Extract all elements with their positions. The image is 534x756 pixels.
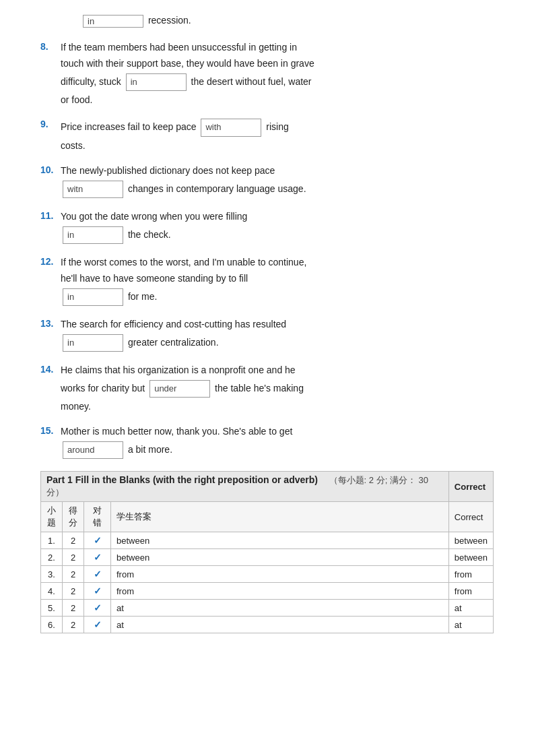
q12-line2: he'll have to have someone standing by t… [61,273,248,284]
question-12: 12. If the worst comes to the worst, and… [40,255,494,307]
q8-text: If the team members had been unsuccessfu… [61,40,494,108]
question-15: 15. Mother is much better now, thank you… [40,424,494,460]
q13-text: The search for efficiency and cost-cutti… [61,317,494,353]
row-check: ✓ [84,617,111,633]
q8-line3-after: the desert without fuel, water [191,75,312,86]
row-correct-answer: from [448,583,493,600]
row-score: 2 [63,617,84,633]
answer-table: Part 1 Fill in the Blanks (with the righ… [40,471,494,633]
q8-line2: touch with their support base, they woul… [61,58,314,69]
top-partial-question: in recession. [81,13,494,29]
col-header-check: 对错 [84,502,111,532]
q12-text: If the worst comes to the worst, and I'm… [61,255,494,307]
row-correct-answer: from [448,566,493,583]
q8-line4: or food. [61,94,92,105]
q10-fill-box: witn [63,181,123,198]
q14-line1: He claims that his organization is a non… [61,365,296,375]
fill-box-top: in [83,15,143,28]
q13-fill-box: in [63,334,123,352]
q9-text: Price increases fail to keep pace with r… [61,117,494,154]
q15-fill-box: around [63,441,123,459]
table-row: 6.2✓atat [41,617,494,633]
table-title-row: Part 1 Fill in the Blanks (with the righ… [41,472,494,502]
q10-line1: The newly-published dictionary does not … [61,165,275,176]
q9-number: 9. [40,119,61,129]
table-row: 4.2✓fromfrom [41,583,494,600]
row-num: 2. [41,549,63,566]
q10-number: 10. [40,164,61,175]
table-col-header-row: 小题 得分 对错 学生答案 Correct [41,502,494,532]
question-10: 10. The newly-published dictionary does … [40,163,494,199]
row-correct-answer: at [448,600,493,617]
row-num: 1. [41,532,63,549]
row-check: ✓ [84,532,111,549]
row-check: ✓ [84,566,111,583]
table-row: 1.2✓betweenbetween [41,532,494,549]
q11-fill-box: in [63,226,123,244]
row-student-answer: from [111,583,449,600]
q9-fill-box: with [201,119,261,136]
q12-after: for me. [128,291,158,302]
q11-number: 11. [40,210,61,221]
row-num: 4. [41,583,63,600]
row-num: 6. [41,617,63,633]
q12-line1: If the worst comes to the worst, and I'm… [61,257,306,267]
q14-fill-box: under [149,380,210,398]
col-header-score: 得分 [63,502,84,532]
table-title-cell: Part 1 Fill in the Blanks (with the righ… [41,472,449,502]
table-row: 2.2✓betweenbetween [41,549,494,566]
row-score: 2 [63,549,84,566]
row-num: 3. [41,566,63,583]
table-row: 3.2✓fromfrom [41,566,494,583]
q12-fill-box: in [63,288,123,306]
q13-line2: greater centralization. [128,336,219,347]
question-9: 9. Price increases fail to keep pace wit… [40,117,494,154]
row-correct-answer: at [448,617,493,633]
question-11: 11. You got the date wrong when you were… [40,209,494,245]
q9-line2: costs. [61,140,86,151]
table-row: 5.2✓atat [41,600,494,617]
q14-line3: money. [61,401,91,412]
row-score: 2 [63,583,84,600]
row-check: ✓ [84,600,111,617]
q15-line1: Mother is much better now, thank you. Sh… [61,426,292,437]
row-score: 2 [63,566,84,583]
q9-line1-after: rising [266,121,288,132]
q13-number: 13. [40,318,61,329]
question-13: 13. The search for efficiency and cost-c… [40,317,494,353]
q11-line1: You got the date wrong when you were fil… [61,211,247,222]
row-correct-answer: between [448,532,493,549]
q13-line1: The search for efficiency and cost-cutti… [61,319,286,329]
q8-line3-before: difficulty, stuck [61,75,121,86]
q15-text: Mother is much better now, thank you. Sh… [61,424,494,460]
q15-line2: a bit more. [128,444,172,455]
row-num: 5. [41,600,63,617]
row-check: ✓ [84,549,111,566]
question-14: 14. He claims that his organization is a… [40,363,494,415]
col-header-answer: 学生答案 [111,502,449,532]
q11-line2: the check. [128,229,171,240]
q10-text: The newly-published dictionary does not … [61,163,494,199]
row-student-answer: at [111,617,449,633]
top-partial-text: recession. [148,15,191,26]
row-student-answer: between [111,549,449,566]
q14-number: 14. [40,364,61,375]
row-student-answer: at [111,600,449,617]
q14-line2-before: works for charity but [61,382,145,393]
q8-line1: If the team members had been unsuccessfu… [61,42,297,53]
q14-text: He claims that his organization is a non… [61,363,494,415]
row-student-answer: between [111,532,449,549]
q8-fill-box: in [126,73,187,91]
q10-line2: changes in contemporary language usage. [128,183,306,194]
table-part-label: Part 1 Fill in the Blanks (with the righ… [46,474,318,485]
row-score: 2 [63,600,84,617]
col-header-correct: Correct [448,502,493,532]
row-score: 2 [63,532,84,549]
row-student-answer: from [111,566,449,583]
q11-text: You got the date wrong when you were fil… [61,209,494,245]
question-8: 8. If the team members had been unsucces… [40,40,494,108]
q15-number: 15. [40,425,61,436]
q9-line1-before: Price increases fail to keep pace [61,121,197,132]
row-check: ✓ [84,583,111,600]
table-correct-header: Correct [448,472,493,502]
